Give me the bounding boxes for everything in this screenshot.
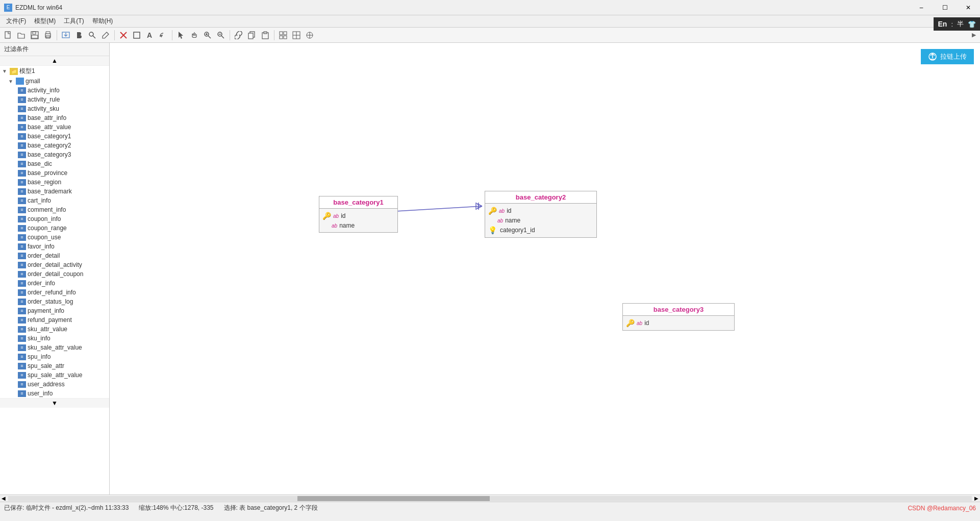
tree-table-spu_sale_attr[interactable]: ≡ spu_sale_attr <box>0 361 109 370</box>
table-label: activity_sku <box>28 105 59 112</box>
menu-tools[interactable]: 工具(T) <box>60 16 88 27</box>
menu-help[interactable]: 帮助(H) <box>88 16 117 27</box>
tree-table-user_info[interactable]: ≡ user_info <box>0 389 109 398</box>
tree-table-sku_sale_attr_value[interactable]: ≡ sku_sale_attr_value <box>0 343 109 352</box>
tree-table-spu_info[interactable]: ≡ spu_info <box>0 352 109 361</box>
tree-table-coupon_range[interactable]: ≡ coupon_range <box>0 224 109 233</box>
toolbar-box[interactable] <box>131 29 143 41</box>
upload-button[interactable]: 拉链上传 <box>921 49 974 64</box>
table-icon: ≡ <box>18 179 26 186</box>
tree-table-refund_payment[interactable]: ≡ refund_payment <box>0 315 109 325</box>
toolbar-pen[interactable] <box>99 29 112 41</box>
tree-table-order_refund_info[interactable]: ≡ order_refund_info <box>0 288 109 297</box>
toolbar-find[interactable] <box>86 29 98 41</box>
table-label: comment_info <box>28 206 66 213</box>
table-icon: ≡ <box>18 363 26 369</box>
toolbar-delete[interactable] <box>117 29 130 41</box>
svg-line-37 <box>395 206 482 211</box>
tree-table-favor_info[interactable]: ≡ favor_info <box>0 242 109 251</box>
field-row: ab name <box>322 221 394 230</box>
tree-table-activity_rule[interactable]: ≡ activity_rule <box>0 95 109 104</box>
toolbar-new[interactable] <box>2 29 14 41</box>
ime-half[interactable]: 半 <box>957 19 964 29</box>
scrollbar-track-h[interactable] <box>8 496 972 501</box>
tree-table-activity_info[interactable]: ≡ activity_info <box>0 86 109 95</box>
tree-table-order_detail_activity[interactable]: ≡ order_detail_activity <box>0 260 109 269</box>
tree-table-base_dic[interactable]: ≡ base_dic <box>0 159 109 168</box>
tree-model[interactable]: ▼ 📁 模型1 <box>0 66 109 77</box>
tree-table-base_attr_value[interactable]: ≡ base_attr_value <box>0 122 109 132</box>
toolbar-copy[interactable] <box>246 29 258 41</box>
sidebar-scroll-down[interactable]: ▼ <box>0 398 109 408</box>
tree-table-order_detail[interactable]: ≡ order_detail <box>0 251 109 260</box>
toolbar-hand[interactable] <box>188 29 200 41</box>
toolbar-bold-b[interactable] <box>73 29 85 41</box>
field-name-id: id <box>644 319 649 327</box>
tree-table-activity_sku[interactable]: ≡ activity_sku <box>0 104 109 113</box>
toolbar-open[interactable] <box>15 29 28 41</box>
toolbar-extra2[interactable] <box>290 29 303 41</box>
menu-model[interactable]: 模型(M) <box>30 16 60 27</box>
entity-base-category1[interactable]: base_category1 🔑 ab id ab name <box>319 196 398 233</box>
tree-table-sku_attr_value[interactable]: ≡ sku_attr_value <box>0 325 109 334</box>
toolbar-paste[interactable] <box>259 29 271 41</box>
menu-file[interactable]: 文件(F) <box>2 16 30 27</box>
tree-table-sku_info[interactable]: ≡ sku_info <box>0 334 109 343</box>
tree-table-comment_info[interactable]: ≡ comment_info <box>0 205 109 214</box>
window-controls: – ☐ ✕ <box>910 0 980 15</box>
sidebar-scroll-up[interactable]: ▲ <box>0 56 109 66</box>
toolbar-sep5 <box>274 30 274 40</box>
toolbar-arrow-back[interactable] <box>157 29 169 41</box>
toolbar-zoom-out[interactable] <box>215 29 227 41</box>
model-folder-icon: 📁 <box>10 68 18 75</box>
table-icon: ≡ <box>18 225 26 232</box>
toolbar-collapse[interactable]: ▶ <box>972 32 978 38</box>
tree-table-base_province[interactable]: ≡ base_province <box>0 168 109 178</box>
toolbar-link[interactable] <box>233 29 245 41</box>
toolbar-extra1[interactable] <box>277 29 289 41</box>
scrollbar-thumb-h[interactable] <box>297 496 490 501</box>
entity-base-category3[interactable]: base_category3 🔑 ab id <box>622 303 735 331</box>
ime-lang[interactable]: En <box>938 20 947 28</box>
tree-table-user_address[interactable]: ≡ user_address <box>0 380 109 389</box>
entity-base-category2[interactable]: base_category2 🔑 ab id ab name 💡 categor… <box>485 191 597 238</box>
expand-arrow-gmall: ▼ <box>8 79 14 84</box>
tree-table-order_status_log[interactable]: ≡ order_status_log <box>0 297 109 306</box>
toolbar-zoom-in[interactable] <box>202 29 214 41</box>
table-label: order_detail <box>28 252 60 259</box>
scroll-left-btn[interactable]: ◀ <box>0 495 7 501</box>
field-row: ab name <box>488 216 593 225</box>
type-ab-icon2: ab <box>497 218 503 224</box>
scroll-right-btn[interactable]: ▶ <box>973 495 980 501</box>
tree-table-base_attr_info[interactable]: ≡ base_attr_info <box>0 113 109 122</box>
toolbar-print[interactable] <box>42 29 54 41</box>
table-label: order_status_log <box>28 298 73 305</box>
svg-rect-22 <box>248 33 253 39</box>
toolbar-text[interactable]: A <box>144 29 156 41</box>
tree-table-spu_sale_attr_value[interactable]: ≡ spu_sale_attr_value <box>0 370 109 380</box>
tree-table-base_trademark[interactable]: ≡ base_trademark <box>0 187 109 196</box>
table-label: spu_sale_attr <box>28 362 64 369</box>
tree-table-order_info[interactable]: ≡ order_info <box>0 279 109 288</box>
tree-schema-gmall[interactable]: ▼ gmall <box>0 77 109 86</box>
tree-table-payment_info[interactable]: ≡ payment_info <box>0 306 109 315</box>
toolbar-import[interactable] <box>60 29 72 41</box>
tree-table-coupon_use[interactable]: ≡ coupon_use <box>0 233 109 242</box>
toolbar-select[interactable] <box>175 29 187 41</box>
toolbar-save[interactable] <box>29 29 41 41</box>
maximize-button[interactable]: ☐ <box>933 0 957 15</box>
tree-table-base_category3[interactable]: ≡ base_category3 <box>0 150 109 159</box>
tree-table-base_region[interactable]: ≡ base_region <box>0 178 109 187</box>
minimize-button[interactable]: – <box>910 0 933 15</box>
canvas-area[interactable]: 拉链上传 base_category1 🔑 ab <box>110 43 980 494</box>
toolbar-extra3[interactable] <box>304 29 316 41</box>
tree-table-order_detail_coupon[interactable]: ≡ order_detail_coupon <box>0 269 109 279</box>
tree-table-cart_info[interactable]: ≡ cart_info <box>0 196 109 205</box>
table-label: spu_info <box>28 353 51 360</box>
tree-table-base_category2[interactable]: ≡ base_category2 <box>0 141 109 150</box>
horizontal-scrollbar[interactable]: ◀ ▶ <box>0 494 980 502</box>
tree-table-coupon_info[interactable]: ≡ coupon_info <box>0 214 109 224</box>
close-button[interactable]: ✕ <box>957 0 980 15</box>
svg-rect-25 <box>280 32 283 35</box>
tree-table-base_category1[interactable]: ≡ base_category1 <box>0 132 109 141</box>
